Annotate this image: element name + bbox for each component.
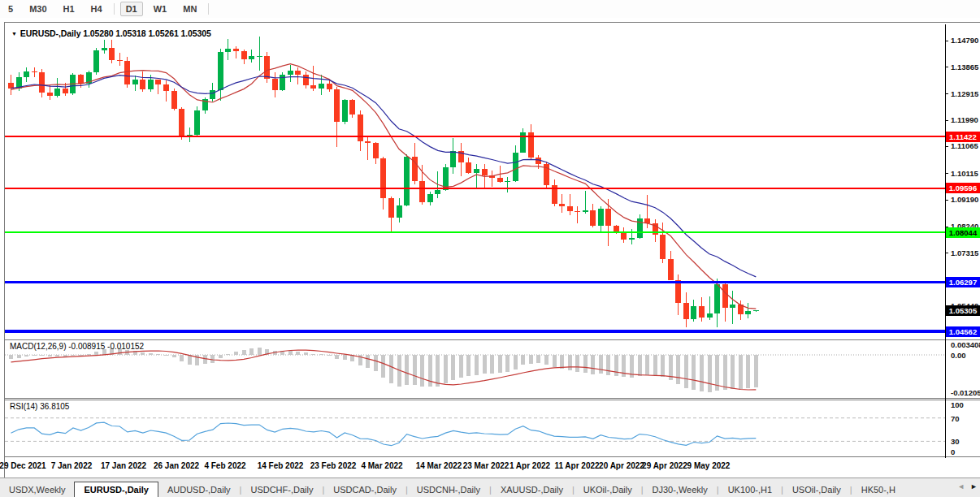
timeframe-button-h1[interactable]: H1: [58, 2, 80, 16]
date-label: 4 Mar 2022: [361, 461, 402, 470]
rsi-tick-label: 0: [951, 447, 955, 456]
price-tick-label: 1.11065: [951, 141, 978, 150]
date-label: 14 Feb 2022: [258, 461, 304, 470]
date-label: 26 Jan 2022: [154, 461, 199, 470]
date-label: 14 Mar 2022: [416, 461, 462, 470]
price-tick-label: 1.13865: [951, 63, 978, 71]
chart-tab-eurusd[interactable]: EURUSD-,Daily: [74, 482, 158, 497]
price-tick-label: 1.10115: [951, 169, 978, 178]
date-label: 11 Apr 2022: [554, 461, 599, 470]
chart-dropdown-icon[interactable]: ▼: [11, 31, 17, 37]
price-badge: 1.11422: [946, 132, 980, 142]
chart-window: ▼EURUSD-,Daily 1.05280 1.05318 1.05261 1…: [4, 22, 980, 478]
chart-tab-hk50[interactable]: HK50-,H: [852, 482, 904, 497]
rsi-tick-label: 100: [951, 400, 964, 409]
chart-tab-usoil[interactable]: USOil-,Daily: [783, 482, 850, 497]
tab-scroll-right-icon[interactable]: ►: [970, 482, 978, 491]
date-label: 9 May 2022: [687, 461, 731, 470]
chart-tab-uk100[interactable]: UK100-,H1: [719, 482, 781, 497]
date-label: 23 Feb 2022: [310, 461, 357, 470]
timeframe-button-5[interactable]: 5: [2, 2, 19, 16]
timeframe-button-h4[interactable]: H4: [85, 2, 108, 16]
rsi-indicator-label: RSI(14) 36.8105: [10, 402, 69, 411]
price-badge: 1.06297: [946, 277, 980, 287]
timeframe-button-w1[interactable]: W1: [148, 2, 173, 16]
price-chart-canvas[interactable]: [5, 24, 980, 458]
price-badge: 1.08044: [946, 227, 980, 238]
date-label: 29 Apr 2022: [642, 461, 687, 470]
chart-tab-ukoil[interactable]: UKOil-,Daily: [575, 482, 641, 497]
date-label: 29 Dec 2021: [0, 461, 46, 470]
chart-tab-usdx[interactable]: USDX,Weekly: [0, 482, 74, 497]
timeframe-toolbar: 5M30H1H4D1W1MN: [0, 0, 980, 18]
date-label: 17 Jan 2022: [101, 461, 146, 470]
macd-tick-label: 0.003408: [951, 340, 980, 349]
chart-tab-dj30[interactable]: DJ30-,Weekly: [644, 482, 717, 497]
date-label: 1 Apr 2022: [510, 461, 550, 470]
toolbar-separator: [114, 3, 115, 15]
price-tick-label: 1.14790: [951, 36, 978, 45]
chart-tab-audusd[interactable]: AUDUSD-,Daily: [158, 482, 240, 497]
date-label: 4 Feb 2022: [204, 461, 245, 470]
tab-scroll-left-icon[interactable]: ◄: [957, 482, 965, 491]
macd-tick-label: 0.00: [951, 351, 966, 360]
price-badge: 1.04562: [946, 326, 980, 337]
date-label: 20 Apr 2022: [599, 461, 644, 470]
rsi-tick-label: 30: [951, 437, 960, 446]
chart-tab-usdcnh[interactable]: USDCNH-,Daily: [408, 482, 489, 497]
macd-indicator-label: MACD(12,26,9) -0.008915 -0.010152: [10, 342, 144, 351]
chart-tab-bar: USDX,WeeklyEURUSD-,DailyAUDUSD-,Daily|US…: [0, 478, 980, 497]
chart-ohlc-values: 1.05280 1.05318 1.05261 1.05305: [83, 28, 210, 38]
price-tick-label: 1.11990: [951, 115, 978, 124]
toolbar-separator: [208, 3, 209, 15]
chart-tab-usdchf[interactable]: USDCHF-,Daily: [241, 482, 322, 497]
rsi-tick-label: 70: [951, 414, 960, 423]
timeframe-button-mn[interactable]: MN: [177, 2, 202, 16]
chart-tab-usdcad[interactable]: USDCAD-,Daily: [324, 482, 405, 497]
price-tick-label: 1.09190: [951, 195, 978, 204]
price-badge: 1.05305: [946, 305, 980, 316]
price-badge: 1.09596: [946, 183, 980, 193]
timeframe-button-m30[interactable]: M30: [24, 2, 52, 16]
timeframe-button-d1[interactable]: D1: [120, 2, 143, 16]
mt4-window: 5M30H1H4D1W1MN ▼EURUSD-,Daily 1.05280 1.…: [0, 0, 980, 497]
date-label: 7 Jan 2022: [51, 461, 93, 470]
date-label: 23 Mar 2022: [463, 461, 510, 470]
chart-title: ▼EURUSD-,Daily 1.05280 1.05318 1.05261 1…: [11, 28, 211, 38]
tab-scroll-arrows: ◄ ►: [957, 482, 978, 491]
price-tick-label: 1.12915: [951, 89, 978, 98]
chart-symbol-label: EURUSD-,Daily: [20, 28, 81, 38]
chart-tab-xauusd[interactable]: XAUUSD-,Daily: [492, 482, 572, 497]
macd-tick-label: -0.01205: [951, 388, 980, 397]
price-tick-label: 1.07315: [951, 248, 978, 257]
